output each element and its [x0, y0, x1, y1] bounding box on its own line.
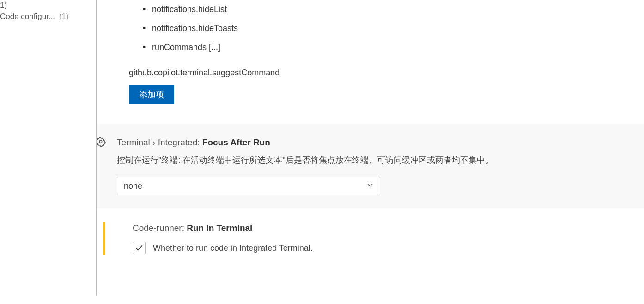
- list-item: runCommands [...]: [152, 38, 644, 57]
- setting-name: Focus After Run: [202, 137, 270, 147]
- list-item: notifications.hideList: [152, 0, 644, 19]
- setting-title: Terminal › Integrated: Focus After Run: [117, 137, 632, 148]
- svg-point-0: [99, 140, 102, 143]
- command-entry: github.copilot.terminal.suggestCommand: [129, 65, 644, 81]
- settings-main: notifications.hideList notifications.hid…: [97, 0, 644, 304]
- commands-list: notifications.hideList notifications.hid…: [129, 0, 644, 57]
- focus-after-run-select[interactable]: none: [117, 177, 380, 195]
- focus-after-run-section: Terminal › Integrated: Focus After Run 控…: [97, 124, 644, 208]
- sidebar-item-label: 1): [0, 1, 7, 10]
- sidebar-item-label: Code configur...: [0, 12, 55, 21]
- gear-icon[interactable]: [97, 136, 106, 147]
- checkbox-row: Whether to run code in Integrated Termin…: [133, 242, 644, 254]
- checkbox-label: Whether to run code in Integrated Termin…: [153, 243, 313, 253]
- setting-name: Run In Terminal: [187, 223, 252, 233]
- sidebar-item-code-configur[interactable]: Code configur... (1): [0, 11, 96, 22]
- sidebar-item-1[interactable]: 1): [0, 0, 96, 11]
- select-wrapper: none: [117, 177, 380, 195]
- list-item: notifications.hideToasts: [152, 19, 644, 38]
- setting-category: Code-runner:: [133, 223, 187, 233]
- setting-title: Code-runner: Run In Terminal: [133, 223, 644, 233]
- code-runner-section: Code-runner: Run In Terminal Whether to …: [103, 222, 644, 255]
- sidebar-item-count: (1): [59, 12, 69, 21]
- settings-sidebar: 1) Code configur... (1): [0, 0, 97, 296]
- commands-section: notifications.hideList notifications.hid…: [101, 0, 644, 104]
- setting-description: 控制在运行"终端: 在活动终端中运行所选文本"后是否将焦点放在终端、可访问缓冲区…: [117, 154, 632, 167]
- setting-category: Terminal › Integrated:: [117, 137, 202, 147]
- add-item-button[interactable]: 添加项: [129, 85, 174, 104]
- run-in-terminal-checkbox[interactable]: [133, 242, 146, 254]
